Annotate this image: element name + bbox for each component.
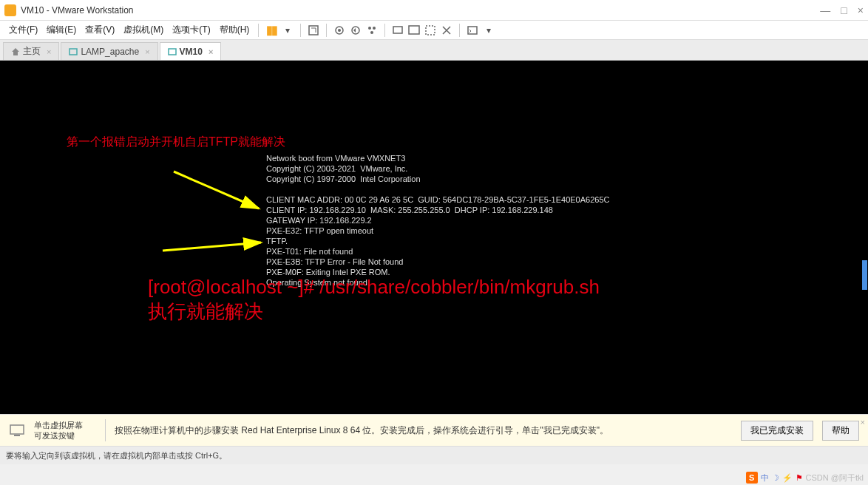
separator — [300, 24, 301, 37]
tab-bar: 主页 × LAMP_apache × VM10 × — [0, 40, 868, 61]
maximize-button[interactable]: □ — [841, 4, 847, 16]
dropdown-icon[interactable]: ▾ — [281, 24, 294, 37]
svg-rect-12 — [169, 49, 176, 55]
watermark-text: CSDN @阿干tkl — [806, 472, 864, 484]
arrow-icon — [159, 225, 266, 254]
svg-rect-15 — [10, 425, 24, 434]
menu-view[interactable]: 查看(V) — [82, 22, 118, 38]
close-tab-icon[interactable]: × — [145, 47, 149, 56]
info-message: 按照在物理计算机中的步骤安装 Red Hat Enterprise Linux … — [115, 424, 732, 437]
console-icon[interactable] — [466, 24, 479, 37]
separator — [384, 24, 385, 37]
install-info-bar: 单击虚拟屏幕 可发送按键 按照在物理计算机中的步骤安装 Red Hat Ente… — [0, 414, 868, 447]
fit-guest-icon[interactable] — [391, 24, 404, 37]
close-button[interactable]: × — [858, 4, 864, 16]
vm-icon — [69, 47, 78, 56]
tab-vm10[interactable]: VM10 × — [160, 42, 222, 60]
svg-point-6 — [370, 31, 373, 34]
svg-rect-11 — [69, 49, 77, 55]
svg-rect-9 — [426, 26, 435, 35]
window-title: VM10 - VMware Workstation — [21, 5, 820, 16]
ime-indicator[interactable]: 中 — [761, 472, 769, 484]
separator — [326, 24, 327, 37]
title-bar: VM10 - VMware Workstation — □ × — [0, 0, 868, 21]
lightning-icon[interactable]: ⚡ — [782, 473, 793, 483]
unity-icon[interactable] — [424, 24, 437, 37]
annotation-command: [root@localhost ~]# /usr/share/cobbler/b… — [148, 275, 600, 323]
home-icon — [11, 47, 20, 56]
separator — [459, 24, 460, 37]
svg-rect-10 — [468, 27, 477, 34]
moon-icon[interactable]: ☽ — [772, 473, 779, 483]
separator — [105, 419, 106, 441]
tab-label: LAMP_apache — [81, 47, 139, 57]
vm-icon — [168, 47, 177, 56]
svg-point-4 — [368, 27, 371, 30]
status-text: 要将输入定向到该虚拟机，请在虚拟机内部单击或按 Ctrl+G。 — [6, 450, 227, 461]
app-logo-icon — [4, 4, 16, 16]
close-tab-icon[interactable]: × — [208, 47, 213, 56]
menu-edit[interactable]: 编辑(E) — [44, 22, 79, 38]
tab-lamp-apache[interactable]: LAMP_apache × — [61, 42, 157, 60]
scrollbar-thumb[interactable] — [862, 260, 867, 290]
tab-home[interactable]: 主页 × — [3, 42, 59, 60]
minimize-button[interactable]: — — [820, 4, 830, 16]
close-tab-icon[interactable]: × — [47, 47, 51, 56]
snapshot-manager-icon[interactable] — [365, 24, 379, 37]
dropdown-icon[interactable]: ▾ — [482, 24, 495, 37]
svg-rect-8 — [409, 26, 419, 34]
menu-vm[interactable]: 虚拟机(M) — [121, 22, 166, 38]
menu-help[interactable]: 帮助(H) — [217, 22, 253, 38]
snapshot-revert-icon[interactable] — [349, 24, 362, 37]
svg-point-2 — [338, 29, 341, 32]
tab-label: 主页 — [23, 45, 41, 58]
flag-icon[interactable]: ⚑ — [796, 473, 803, 483]
arrow-icon — [170, 168, 266, 220]
info-hint: 单击虚拟屏幕 可发送按键 — [34, 420, 96, 441]
svg-point-5 — [373, 27, 376, 30]
fullscreen-icon[interactable] — [407, 24, 421, 37]
pause-icon[interactable]: ▮▮ — [265, 24, 278, 37]
status-bar: 要将输入定向到该虚拟机，请在虚拟机内部单击或按 Ctrl+G。 — [0, 447, 868, 464]
help-button[interactable]: 帮助 — [822, 421, 859, 441]
send-ctrl-alt-del-icon[interactable] — [307, 24, 320, 37]
annotation-text: 第一个报错启动并开机自启TFTP就能解决 — [67, 135, 285, 150]
svg-rect-7 — [393, 27, 402, 33]
svg-line-13 — [174, 172, 259, 208]
snapshot-icon[interactable] — [333, 24, 346, 37]
install-icon — [9, 422, 25, 438]
boot-output: Network boot from VMware VMXNET3 Copyrig… — [266, 154, 609, 288]
stretch-icon[interactable] — [440, 24, 453, 37]
separator — [258, 24, 259, 37]
svg-rect-16 — [14, 435, 20, 436]
svg-line-14 — [163, 243, 261, 251]
vm-console[interactable]: 第一个报错启动并开机自启TFTP就能解决 Network boot from V… — [0, 61, 868, 414]
tray-app-icon[interactable]: S — [746, 472, 758, 484]
menu-tabs[interactable]: 选项卡(T) — [169, 22, 213, 38]
menu-file[interactable]: 文件(F) — [6, 22, 41, 38]
menu-bar: 文件(F) 编辑(E) 查看(V) 虚拟机(M) 选项卡(T) 帮助(H) ▮▮… — [0, 21, 868, 40]
tab-label: VM10 — [180, 47, 203, 57]
close-infobar-icon[interactable]: × — [861, 418, 865, 427]
system-tray: S 中 ☽ ⚡ ⚑ CSDN @阿干tkl — [746, 472, 864, 484]
svg-rect-0 — [309, 26, 318, 35]
install-done-button[interactable]: 我已完成安装 — [741, 421, 813, 441]
